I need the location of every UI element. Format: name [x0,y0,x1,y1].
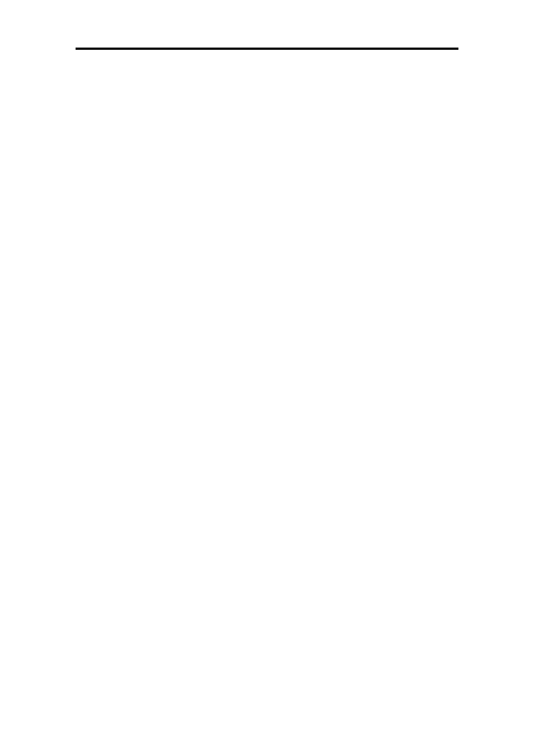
page-divider [76,48,458,50]
